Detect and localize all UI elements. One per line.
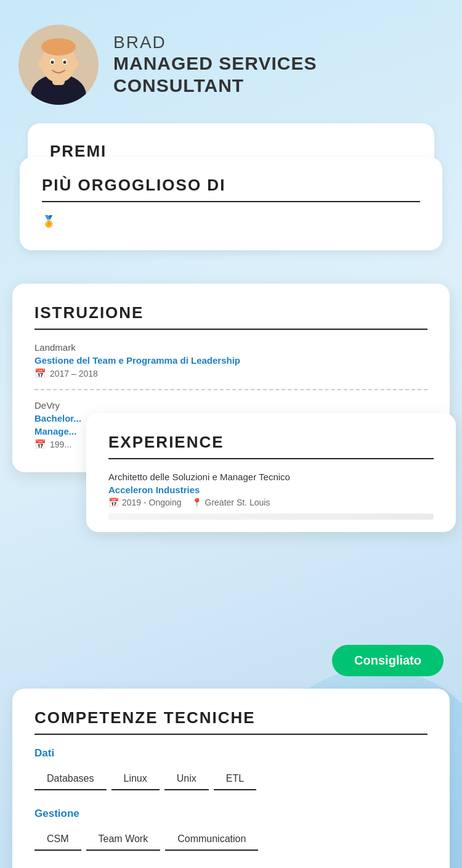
exp-date-item: 📅 2019 - Ongoing	[108, 497, 182, 507]
svg-point-7	[51, 61, 54, 64]
badge-icon: 🏅	[42, 215, 55, 228]
skill-category-dati: Dati	[34, 747, 428, 760]
skill-databases: Databases	[34, 768, 107, 790]
edu-institution-2: DeVry	[34, 400, 428, 411]
svg-point-10	[73, 59, 79, 68]
consigliato-button[interactable]: Consigliato	[332, 645, 444, 676]
consigliato-row: Consigliato	[12, 645, 444, 676]
skill-csm: CSM	[34, 829, 81, 851]
edu-date-1: 📅 2017 – 2018	[34, 368, 428, 379]
piu-orgoglioso-card: PIÙ ORGOGLIOSO DI 🏅	[20, 157, 442, 250]
exp-blur-line	[108, 514, 434, 520]
svg-point-4	[41, 38, 76, 55]
experience-card: EXPERIENCE Architetto delle Soluzioni e …	[86, 413, 456, 532]
overlap-section: ISTRUZIONE Landmark Gestione del Team e …	[12, 284, 450, 472]
piu-title: PIÙ ORGOGLIOSO DI	[42, 176, 420, 195]
svg-point-8	[63, 61, 67, 64]
exp-location-item: 📍 Greater St. Louis	[192, 497, 270, 507]
experience-title: EXPERIENCE	[108, 433, 434, 452]
dati-skills: Databases Linux Unix ETL	[34, 768, 428, 795]
skill-teamwork: Team Work	[86, 829, 161, 851]
calendar-icon-exp: 📅	[108, 497, 119, 507]
exp-company-1: Acceleron Industries	[108, 485, 434, 495]
header-text: BRAD MANAGED SERVICES CONSULTANT	[113, 33, 317, 97]
piu-badge-row: 🏅	[42, 215, 420, 228]
istruzione-title: ISTRUZIONE	[34, 303, 428, 322]
gestione-skills: CSM Team Work Communication	[34, 829, 428, 856]
svg-point-9	[38, 59, 44, 68]
location-icon: 📍	[192, 497, 202, 507]
edu-institution-1: Landmark	[34, 342, 428, 353]
skill-unix: Unix	[164, 768, 209, 790]
exp-role-1: Architetto delle Soluzioni e Manager Tec…	[108, 472, 434, 482]
skill-linux: Linux	[111, 768, 160, 790]
profile-header: BRAD MANAGED SERVICES CONSULTANT	[12, 25, 450, 105]
skill-etl: ETL	[214, 768, 256, 790]
edu-degree-1: Gestione del Team e Programma di Leaders…	[34, 355, 428, 366]
calendar-icon-2: 📅	[34, 439, 46, 450]
stacked-cards: PREMI ⚙ PIÙ ORGOGLIOSO DI 🏅	[12, 123, 450, 284]
skill-category-gestione: Gestione	[34, 808, 428, 820]
competenze-title: COMPETENZE TECNICHE	[34, 708, 428, 727]
profile-name: BRAD	[113, 33, 317, 52]
profile-title: MANAGED SERVICES CONSULTANT	[113, 52, 317, 97]
avatar	[18, 25, 99, 105]
competenze-card: COMPETENZE TECNICHE Dati Databases Linux…	[12, 689, 450, 868]
calendar-icon-1: 📅	[34, 368, 46, 379]
exp-meta-1: 📅 2019 - Ongoing 📍 Greater St. Louis	[108, 497, 434, 507]
skill-communication: Communication	[165, 829, 258, 851]
